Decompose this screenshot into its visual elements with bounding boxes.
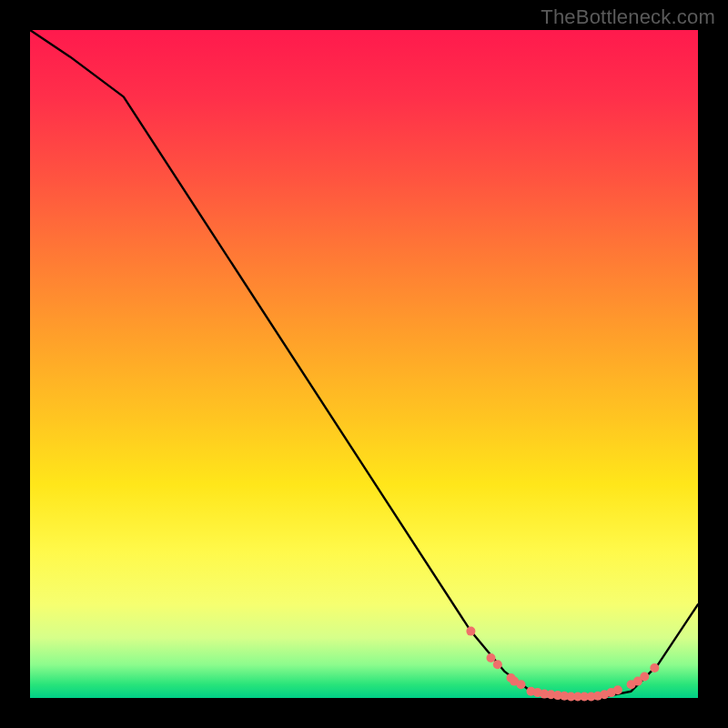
curve-marker [493, 660, 502, 669]
curve-layer [30, 30, 698, 698]
curve-marker [650, 663, 659, 672]
plot-area [30, 30, 698, 698]
curve-markers [466, 627, 659, 702]
curve-marker [613, 685, 622, 694]
curve-marker [640, 672, 649, 682]
watermark-text: TheBottleneck.com [541, 5, 715, 29]
chart-frame: TheBottleneck.com [0, 0, 728, 728]
bottleneck-curve [30, 30, 698, 698]
curve-marker [487, 653, 496, 662]
curve-marker [517, 680, 526, 689]
curve-marker [466, 627, 475, 636]
